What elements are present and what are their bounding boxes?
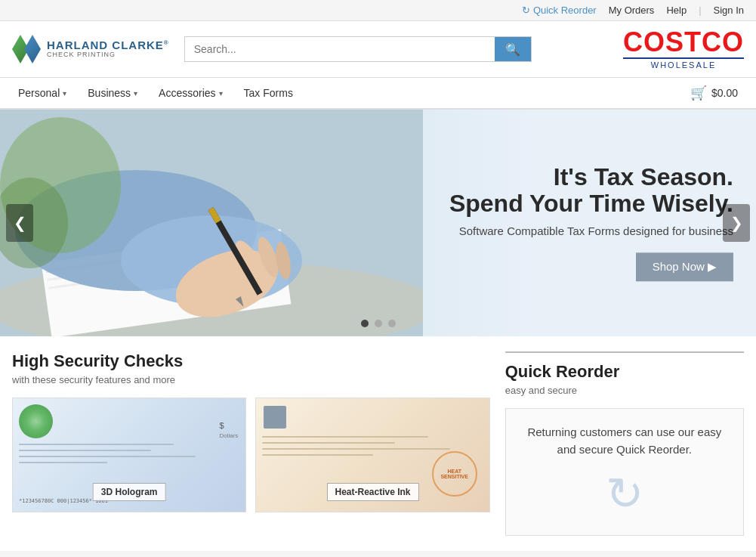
nav-tax-forms[interactable]: Tax Forms [233,78,304,108]
company-logo [264,406,286,429]
hologram-label: 3D Hologram [93,483,166,501]
hero-next-button[interactable]: ❯ [723,204,750,242]
search-bar: 🔍 [184,36,532,62]
cart-amount: $0.00 [711,87,738,99]
divider: | [699,5,701,16]
shop-now-button[interactable]: Shop Now ▶ [636,253,733,282]
chevron-down-icon: ▾ [134,89,137,97]
check-lines [19,444,239,463]
content-section: High Security Checks with these security… [0,336,756,551]
refresh-icon: ↻ [522,5,530,16]
costco-wholesale: WHOLESALE [623,57,744,70]
hero-banner: It's Tax Season. Spend Your Time Wisely.… [0,110,756,336]
check-image-hologram: $Dollars *123456780C 000|123456* 1001 3D… [13,398,245,512]
main-navigation: Personal ▾ Business ▾ Accessories ▾ Tax … [0,78,756,110]
quick-reorder-label: Quick Reorder [533,5,597,16]
check-card-hologram[interactable]: $Dollars *123456780C 000|123456* 1001 3D… [12,398,246,512]
hero-prev-button[interactable]: ❮ [6,204,33,242]
heat-circle: HEATSENSITIVE [432,451,477,497]
header: HARLAND CLARKE® CHECK PRINTING 🔍 COSTCO … [0,21,756,78]
blue-diamond [24,35,41,63]
logo-text: HARLAND CLARKE® CHECK PRINTING [47,39,169,59]
hero-dot-1[interactable] [361,320,369,327]
quick-reorder-section: Quick Reorder easy and secure Returning … [505,351,744,536]
costco-brand: COSTCO [623,29,744,56]
brand-sub: CHECK PRINTING [47,51,169,59]
costco-logo: COSTCO WHOLESALE [623,29,744,70]
heat-label: Heat-Reactive Ink [326,483,418,501]
logo-area[interactable]: HARLAND CLARKE® CHECK PRINTING [12,35,169,63]
help-link[interactable]: Help [666,5,687,16]
hologram-graphic [19,404,53,438]
quick-reorder-content: Quick Reorder easy and secure Returning … [505,351,744,536]
hero-headline-2: Spend Your Time Wisely. [449,191,733,218]
hero-dot-2[interactable] [375,320,382,327]
amount-box: $Dollars [219,421,238,439]
cart-icon: 🛒 [690,85,707,101]
checks-grid: $Dollars *123456780C 000|123456* 1001 3D… [12,398,490,512]
hero-subtext: Software Compatible Tax Forms designed f… [449,225,733,238]
hero-dots [361,320,396,327]
search-input[interactable] [185,37,495,61]
refresh-big-icon: ↻ [606,467,643,520]
logo-diamonds [12,35,41,63]
chevron-down-icon: ▾ [219,89,223,97]
hero-illustration [0,110,423,336]
my-orders-link[interactable]: My Orders [609,5,655,16]
quick-reorder-title: Quick Reorder [505,362,744,382]
checks-title: High Security Checks [12,351,490,371]
nav-personal[interactable]: Personal ▾ [8,78,77,108]
hero-headline-1: It's Tax Season. [449,164,733,190]
top-navigation: ↻ Quick Reorder My Orders Help | Sign In [0,0,756,21]
quick-reorder-subtitle: easy and secure [505,385,744,396]
check-card-heat[interactable]: HEATSENSITIVE Heat-Reactive Ink [255,398,489,512]
hero-dot-3[interactable] [388,320,396,327]
cart-area[interactable]: 🛒 $0.00 [680,79,748,107]
checks-subtitle: with these security features and more [12,374,490,385]
chevron-down-icon: ▾ [63,89,66,97]
brand-name: HARLAND CLARKE® [47,39,169,52]
nav-business[interactable]: Business ▾ [77,78,148,108]
checks-section: High Security Checks with these security… [12,351,490,536]
sign-in-link[interactable]: Sign In [714,5,744,16]
quick-reorder-description: Returning customers can use our easy and… [521,424,728,458]
hero-text: It's Tax Season. Spend Your Time Wisely.… [449,164,733,281]
check-image-heat: HEATSENSITIVE Heat-Reactive Ink [256,398,489,512]
nav-accessories[interactable]: Accessories ▾ [148,78,233,108]
quick-reorder-link[interactable]: ↻ Quick Reorder [522,5,597,16]
quick-reorder-box: Returning customers can use our easy and… [505,408,744,536]
search-button[interactable]: 🔍 [495,37,531,61]
